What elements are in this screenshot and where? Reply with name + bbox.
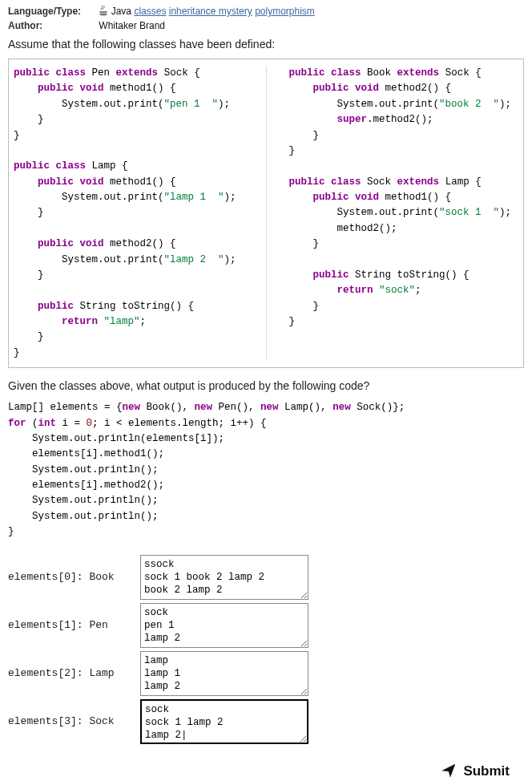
answer-row-1: elements[1]: Pen <box>8 603 524 648</box>
answer-input-0[interactable] <box>140 555 308 600</box>
tags-container: classes inheritance mystery polymorphism <box>134 6 314 17</box>
answer-label: elements[1]: Pen <box>8 619 140 631</box>
class-definitions-code: public class Pen extends Sock { public v… <box>8 59 524 368</box>
code-column-divider <box>266 66 267 361</box>
language-name: Java <box>111 6 131 17</box>
answer-row-3: elements[3]: Sock <box>8 699 524 744</box>
driver-code: Lamp[] elements = {new Book(), new Pen()… <box>8 400 524 540</box>
question-text: Given the classes above, what output is … <box>8 379 524 392</box>
language-type-row: Language/Type: Java classes inheritance … <box>8 5 524 18</box>
answer-row-2: elements[2]: Lamp <box>8 651 524 696</box>
author-value: Whitaker Brand <box>99 20 165 31</box>
author-row: Author: Whitaker Brand <box>8 20 524 31</box>
code-left-column: public class Pen extends Sock { public v… <box>14 66 244 361</box>
answer-label: elements[3]: Sock <box>8 715 140 727</box>
answer-row-0: elements[0]: Book <box>8 555 524 600</box>
tag-link[interactable]: classes <box>134 6 166 17</box>
code-right-column: public class Book extends Sock { public … <box>289 66 519 330</box>
answer-input-3[interactable] <box>140 699 308 744</box>
answer-label: elements[0]: Book <box>8 571 140 583</box>
answer-input-1[interactable] <box>140 603 308 648</box>
intro-text: Assume that the following classes have b… <box>8 38 524 51</box>
tag-link[interactable]: polymorphism <box>255 6 315 17</box>
submit-button[interactable]: Submit <box>428 759 524 782</box>
answer-input-2[interactable] <box>140 651 308 696</box>
paper-plane-icon <box>442 763 464 779</box>
answer-label: elements[2]: Lamp <box>8 667 140 679</box>
language-type-label: Language/Type: <box>8 6 96 17</box>
java-icon <box>99 5 108 18</box>
tag-link[interactable]: inheritance mystery <box>169 6 252 17</box>
submit-label: Submit <box>463 763 510 779</box>
author-label: Author: <box>8 20 96 31</box>
answers-section: elements[0]: Book elements[1]: Pen eleme… <box>8 555 524 744</box>
